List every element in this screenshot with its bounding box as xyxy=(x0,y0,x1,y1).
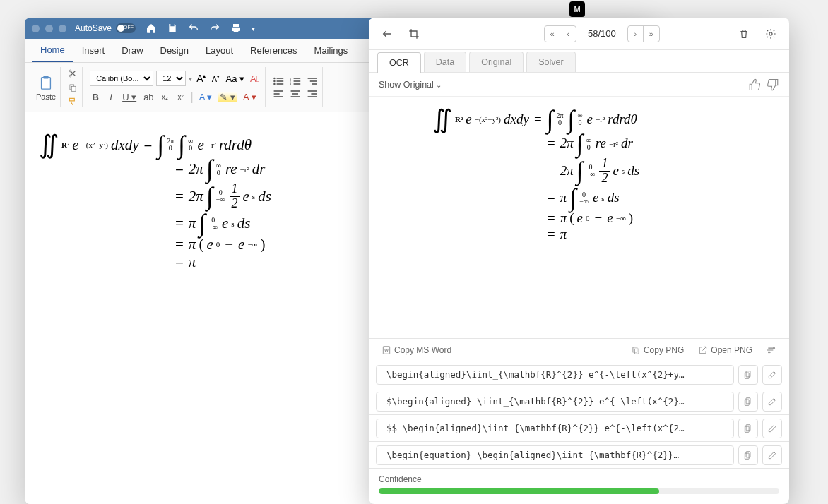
close-window-icon[interactable] xyxy=(32,25,40,32)
minimize-window-icon[interactable] xyxy=(45,25,53,32)
svg-rect-39 xyxy=(745,400,749,405)
format-painter-icon[interactable] xyxy=(68,97,78,107)
highlight-icon[interactable]: ✎ ▾ xyxy=(218,92,237,102)
tab-data[interactable]: Data xyxy=(424,52,466,72)
pager-prev-group[interactable]: « ‹ xyxy=(544,25,576,42)
multilevel-icon[interactable] xyxy=(307,76,318,86)
paste-button[interactable]: Paste xyxy=(36,74,56,101)
align-right-icon[interactable] xyxy=(307,89,318,99)
copy-icon[interactable] xyxy=(68,83,78,92)
autosave-state: OFF xyxy=(124,25,134,30)
tab-home[interactable]: Home xyxy=(32,39,73,62)
svg-rect-40 xyxy=(746,424,750,430)
svg-rect-33 xyxy=(634,349,639,354)
clipboard-icon xyxy=(38,74,54,91)
bold-button[interactable]: B xyxy=(90,90,101,104)
increase-font-icon[interactable]: A▴ xyxy=(195,71,207,85)
tab-references[interactable]: References xyxy=(242,39,305,62)
pager-next-icon[interactable]: › xyxy=(628,26,644,42)
thumbs-down-icon[interactable] xyxy=(767,78,779,91)
maximize-window-icon[interactable] xyxy=(59,25,66,32)
confidence-fill xyxy=(379,488,659,494)
window-controls[interactable] xyxy=(32,25,66,32)
show-original-toggle[interactable]: Show Original ⌄ xyxy=(379,80,442,90)
crop-icon[interactable] xyxy=(404,24,424,44)
confidence-label: Confidence xyxy=(379,474,779,484)
edit-latex-button[interactable] xyxy=(762,365,782,385)
tab-solver[interactable]: Solver xyxy=(526,52,575,72)
italic-button[interactable]: I xyxy=(105,90,117,104)
panel-toolbar: « ‹ 58/100 › » xyxy=(369,18,789,50)
latex-text-3[interactable]: \begin{equation} \begin{aligned}\iint_{\… xyxy=(376,445,734,465)
print-icon[interactable] xyxy=(230,23,242,34)
subscript-button[interactable]: x₂ xyxy=(160,92,171,102)
copy-latex-button[interactable] xyxy=(738,365,758,385)
latex-text-0[interactable]: \begin{aligned}\iint_{\mathbf{R}^{2}} e^… xyxy=(376,365,734,385)
decrease-font-icon[interactable]: A▾ xyxy=(210,73,221,85)
pager-prev-icon[interactable]: ‹ xyxy=(560,26,576,42)
tab-design[interactable]: Design xyxy=(152,39,197,62)
paste-label: Paste xyxy=(36,92,56,101)
font-color-icon[interactable]: A ▾ xyxy=(242,90,258,104)
copy-latex-button[interactable] xyxy=(738,392,758,412)
tab-mailings[interactable]: Mailings xyxy=(306,39,357,62)
latex-text-2[interactable]: $$ \begin{aligned}\iint_{\mathbf{R}^{2}}… xyxy=(376,419,734,438)
edit-latex-button[interactable] xyxy=(762,392,782,412)
back-button[interactable] xyxy=(377,24,397,44)
svg-rect-23 xyxy=(274,96,283,97)
copy-ms-word-button[interactable]: Copy MS Word xyxy=(377,342,456,358)
pager-first-icon[interactable]: « xyxy=(545,26,560,42)
edit-latex-button[interactable] xyxy=(762,419,782,438)
autosave-toggle[interactable]: AutoSave OFF xyxy=(75,23,136,33)
options-icon[interactable] xyxy=(762,342,781,358)
pager-next-group[interactable]: › » xyxy=(627,25,660,42)
copy-latex-button[interactable] xyxy=(738,445,758,465)
svg-point-6 xyxy=(274,77,276,78)
underline-button[interactable]: U ▾ xyxy=(121,90,138,104)
thumbs-up-icon[interactable] xyxy=(748,78,761,91)
copy-png-button[interactable]: Copy PNG xyxy=(627,342,688,358)
settings-button[interactable] xyxy=(761,24,781,44)
svg-point-10 xyxy=(274,83,276,84)
edit-latex-button[interactable] xyxy=(762,445,782,465)
align-left-icon[interactable] xyxy=(273,89,284,99)
latex-row: \begin{aligned}\iint_{\mathbf{R}^{2}} e^… xyxy=(369,361,789,388)
svg-rect-15 xyxy=(294,80,301,82)
bullets-icon[interactable] xyxy=(273,76,284,86)
undo-icon[interactable] xyxy=(188,23,199,34)
tab-draw[interactable]: Draw xyxy=(113,39,151,62)
svg-rect-9 xyxy=(277,80,284,82)
svg-rect-36 xyxy=(746,371,750,376)
cut-icon[interactable] xyxy=(68,68,78,78)
clear-format-icon[interactable]: A⃠ xyxy=(249,72,261,85)
home-icon[interactable] xyxy=(146,23,157,34)
tab-layout[interactable]: Layout xyxy=(197,39,242,62)
font-size-dropdown-icon[interactable]: ▾ xyxy=(189,75,192,83)
panel-tabs: OCR Data Original Solver xyxy=(369,50,789,73)
open-png-button[interactable]: Open PNG xyxy=(694,342,757,358)
tab-insert[interactable]: Insert xyxy=(73,39,114,62)
font-name-select[interactable]: Calibri (Bo... xyxy=(90,71,153,86)
svg-rect-17 xyxy=(294,83,301,85)
tab-ocr[interactable]: OCR xyxy=(377,52,421,73)
save-icon[interactable] xyxy=(167,23,178,34)
app-logo-icon: M xyxy=(569,1,585,17)
panel-subbar: Show Original ⌄ xyxy=(369,73,789,97)
redo-icon[interactable] xyxy=(209,23,220,34)
pager-last-icon[interactable]: » xyxy=(644,26,659,42)
svg-rect-41 xyxy=(745,426,749,432)
superscript-button[interactable]: x² xyxy=(175,92,187,102)
font-size-select[interactable]: 12 xyxy=(156,71,186,86)
align-center-icon[interactable] xyxy=(290,89,301,99)
text-effects-icon[interactable]: A ▾ xyxy=(198,90,214,104)
strike-button[interactable]: ab xyxy=(142,90,155,104)
svg-rect-24 xyxy=(291,90,300,92)
delete-button[interactable] xyxy=(734,24,754,44)
change-case-icon[interactable]: Aa ▾ xyxy=(224,72,246,85)
copy-latex-button[interactable] xyxy=(738,419,758,438)
latex-text-1[interactable]: $\begin{aligned} \iint_{\mathbf{R}^{2}} … xyxy=(376,392,734,412)
numbering-icon[interactable]: 123 xyxy=(290,76,301,86)
confidence-bar xyxy=(379,488,779,494)
tab-original[interactable]: Original xyxy=(469,52,524,72)
svg-point-30 xyxy=(769,32,772,35)
